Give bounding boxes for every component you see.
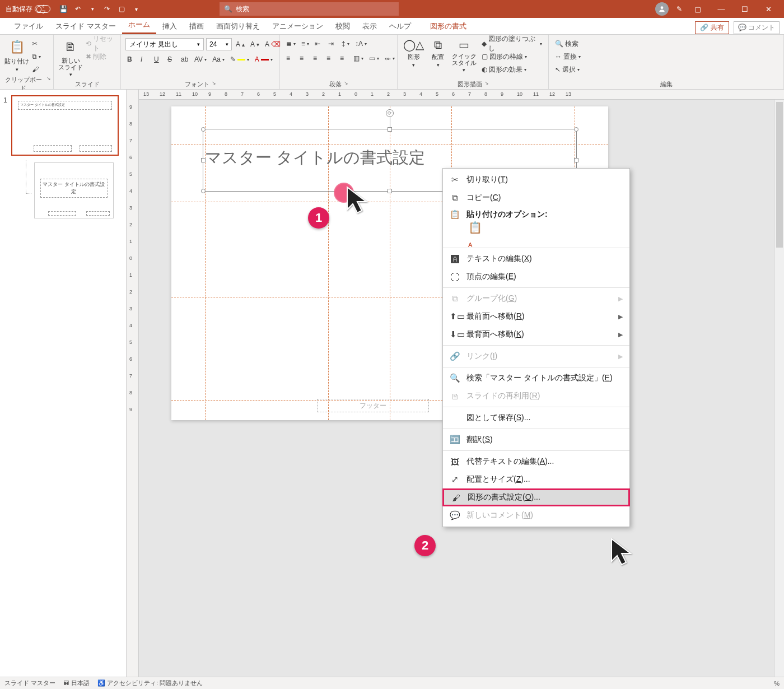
find-button[interactable]: 🔍検索 bbox=[553, 38, 582, 49]
strike-button[interactable]: S bbox=[166, 54, 177, 65]
status-lang[interactable]: 🖬 日本語 bbox=[63, 679, 90, 687]
comments-button[interactable]: 💬 コメント bbox=[734, 21, 780, 34]
horizontal-ruler: 13121110987654321012345678910111213 bbox=[139, 90, 784, 100]
arrange-button[interactable]: ⧉配置▾ bbox=[427, 38, 450, 68]
ctx-send-back[interactable]: ⬇▭最背面へ移動(K)▶ bbox=[443, 325, 629, 343]
line-spacing-button[interactable]: ‡▾ bbox=[340, 38, 351, 49]
qat-customize-icon[interactable]: ▾ bbox=[131, 4, 141, 14]
columns-button[interactable]: ▥▾ bbox=[352, 53, 365, 64]
tab-file[interactable]: ファイル bbox=[8, 18, 49, 34]
dialog-launcher-icon[interactable]: ↘ bbox=[344, 80, 348, 89]
increase-indent-button[interactable]: ⇥ bbox=[326, 38, 338, 49]
rotate-handle[interactable]: ⟳ bbox=[386, 109, 394, 117]
new-slide-button[interactable]: 🗎 新しい スライド▾ bbox=[58, 38, 83, 77]
tab-help[interactable]: ヘルプ bbox=[383, 18, 417, 34]
tab-transitions[interactable]: 画面切り替え bbox=[210, 18, 266, 34]
shadow-button[interactable]: ab bbox=[179, 54, 190, 65]
ribbon-display-icon[interactable]: ▢ bbox=[690, 5, 706, 13]
thumbnails-pane[interactable]: 1 マスター タイトルの書式設定 マスター タイトルの書式設定 bbox=[0, 90, 127, 677]
footer-placeholder[interactable]: フッター bbox=[317, 399, 429, 412]
bullets-button[interactable]: ≣▾ bbox=[284, 38, 297, 49]
fill-icon: ◆ bbox=[482, 40, 487, 48]
dialog-launcher-icon[interactable]: ↘ bbox=[212, 80, 216, 89]
ctx-format-shape[interactable]: 🖌図形の書式設定(O)... bbox=[442, 488, 630, 506]
tab-insert[interactable]: 挿入 bbox=[156, 18, 183, 34]
align-left-button[interactable]: ≡ bbox=[284, 53, 296, 64]
justify-button[interactable]: ≡ bbox=[325, 53, 336, 64]
ctx-alt-text[interactable]: 🖼代替テキストの編集(A)... bbox=[443, 453, 629, 471]
tab-home[interactable]: ホーム bbox=[122, 16, 156, 34]
font-color-button[interactable]: A▾ bbox=[253, 54, 274, 65]
ctx-smart-search[interactable]: 🔍検索「マスター タイトルの書式設定」(E) bbox=[443, 369, 629, 387]
title-text[interactable]: マスター タイトルの書式設定 bbox=[205, 147, 425, 169]
decrease-indent-button[interactable]: ⇤ bbox=[313, 38, 324, 49]
format-painter-button[interactable]: 🖌 bbox=[30, 64, 43, 75]
tab-review[interactable]: 校閲 bbox=[329, 18, 356, 34]
ctx-copy[interactable]: ⧉コピー(C) bbox=[443, 189, 629, 207]
search-icon: 🔍 bbox=[450, 373, 460, 383]
ctx-translate[interactable]: 🈁翻訳(S) bbox=[443, 431, 629, 449]
tab-view[interactable]: 表示 bbox=[356, 18, 383, 34]
tab-shape-format[interactable]: 図形の書式 bbox=[424, 18, 473, 34]
minimize-icon[interactable]: ― bbox=[713, 5, 729, 13]
align-text-button[interactable]: ▭▾ bbox=[367, 53, 381, 64]
status-zoom[interactable]: % bbox=[774, 680, 780, 687]
ctx-edit-points[interactable]: ⛶頂点の編集(E) bbox=[443, 268, 629, 286]
save-icon[interactable]: 💾 bbox=[58, 4, 68, 14]
shapes-button[interactable]: ◯△図形▾ bbox=[402, 38, 426, 68]
numbering-button[interactable]: ≡▾ bbox=[300, 38, 311, 49]
annotation-badge-2: 2 bbox=[414, 535, 436, 556]
font-name-combo[interactable]: メイリオ 見出し▾ bbox=[125, 38, 204, 50]
underline-button[interactable]: U bbox=[152, 54, 164, 65]
select-button[interactable]: ↖選択▾ bbox=[553, 64, 582, 75]
undo-more-icon[interactable]: ▾ bbox=[87, 4, 97, 14]
shape-fill-button[interactable]: ◆図形の塗りつぶし▾ bbox=[480, 38, 544, 49]
font-size-combo[interactable]: 24▾ bbox=[206, 38, 232, 50]
redo-icon[interactable]: ↷ bbox=[102, 4, 112, 14]
ctx-bring-front[interactable]: ⬆▭最前面へ移動(R)▶ bbox=[443, 308, 629, 325]
char-spacing-button[interactable]: AV▾ bbox=[193, 54, 208, 65]
replace-button[interactable]: ↔置換▾ bbox=[553, 51, 582, 62]
ctx-size-position[interactable]: ⤢配置とサイズ(Z)... bbox=[443, 471, 629, 488]
account-avatar[interactable] bbox=[655, 2, 669, 16]
dialog-launcher-icon[interactable]: ↘ bbox=[484, 80, 489, 89]
ctx-cut[interactable]: ✂切り取り(T) bbox=[443, 171, 629, 189]
search-box[interactable]: 🔍 検索 bbox=[220, 2, 399, 16]
paste-button[interactable]: 📋 貼り付け▾ bbox=[4, 38, 29, 72]
bold-button[interactable]: B bbox=[125, 54, 137, 65]
grow-font-button[interactable]: A▴ bbox=[234, 39, 246, 50]
align-right-button[interactable]: ≡ bbox=[311, 53, 323, 64]
cut-button[interactable]: ✂ bbox=[30, 38, 43, 49]
highlight-button[interactable]: ✎▾ bbox=[228, 54, 251, 65]
align-center-button[interactable]: ≡ bbox=[298, 53, 309, 64]
quick-styles-button[interactable]: ▭クイック スタイル▾ bbox=[451, 38, 477, 73]
tab-slide-master[interactable]: スライド マスター bbox=[49, 18, 122, 34]
tab-draw[interactable]: 描画 bbox=[183, 18, 210, 34]
share-button[interactable]: 🔗 共有 bbox=[695, 21, 729, 34]
distributed-button[interactable]: ≡ bbox=[338, 53, 349, 64]
master-thumbnail[interactable]: マスター タイトルの書式設定 bbox=[11, 95, 119, 156]
from-beginning-icon[interactable]: ▢ bbox=[116, 4, 127, 14]
shape-outline-button[interactable]: ▢図形の枠線▾ bbox=[480, 51, 544, 62]
ctx-save-as-picture[interactable]: 図として保存(S)... bbox=[443, 409, 629, 427]
smartart-button[interactable]: ⬰▾ bbox=[383, 53, 396, 64]
reuse-icon: 🗎 bbox=[450, 392, 460, 401]
tab-animations[interactable]: アニメーション bbox=[266, 18, 329, 34]
copy-button[interactable]: ⧉▾ bbox=[30, 51, 43, 62]
autosave-toggle[interactable]: 自動保存 オフ bbox=[6, 4, 50, 14]
text-direction-button[interactable]: ↕A▾ bbox=[353, 38, 368, 49]
close-icon[interactable]: ✕ bbox=[760, 5, 776, 13]
ctx-edit-text[interactable]: 🅰テキストの編集(X) bbox=[443, 250, 629, 268]
status-accessibility[interactable]: ♿ アクセシビリティ: 問題ありません bbox=[97, 679, 203, 687]
vertical-scrollbar[interactable] bbox=[774, 100, 784, 677]
layout-thumbnail[interactable]: マスター タイトルの書式設定 bbox=[34, 162, 114, 218]
italic-button[interactable]: I bbox=[139, 54, 150, 65]
shape-effects-button[interactable]: ◐図形の効果▾ bbox=[480, 64, 544, 75]
coming-soon-icon[interactable]: ✎ bbox=[676, 5, 682, 13]
paste-keep-text-button[interactable]: 📋A bbox=[468, 226, 484, 243]
undo-icon[interactable]: ↶ bbox=[73, 4, 83, 14]
change-case-button[interactable]: Aa▾ bbox=[211, 54, 226, 65]
maximize-icon[interactable]: ☐ bbox=[737, 5, 753, 13]
shrink-font-button[interactable]: A▾ bbox=[249, 39, 261, 50]
clear-format-button[interactable]: A⌫ bbox=[263, 39, 282, 50]
